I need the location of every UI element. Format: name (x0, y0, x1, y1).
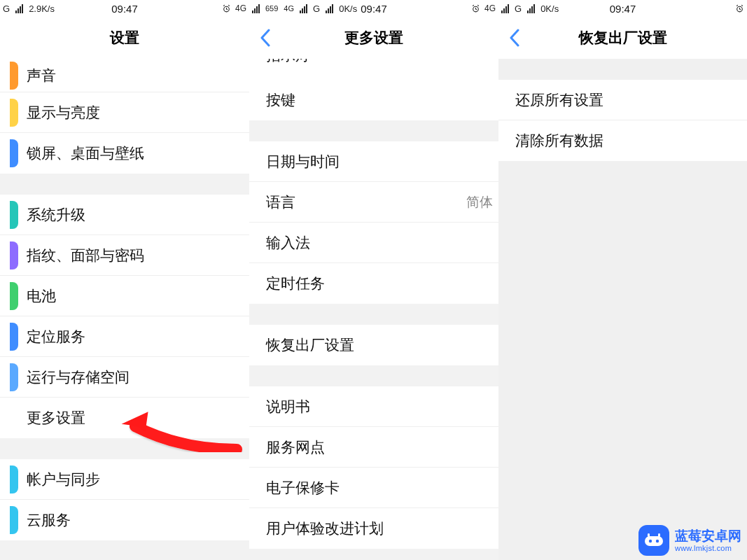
list-item-keys[interactable]: 按键 (249, 80, 498, 120)
svg-rect-3 (645, 536, 663, 546)
list-item-battery[interactable]: 电池 (0, 276, 249, 316)
label-display: 显示与亮度 (27, 103, 249, 122)
watermark-title: 蓝莓安卓网 (675, 528, 741, 544)
network-speed-label: 2.9K/s (29, 4, 55, 14)
network-type-label: G (515, 4, 522, 14)
list-item-sound[interactable]: 声音 (0, 59, 249, 92)
signal-icon (501, 4, 509, 13)
label-sound: 声音 (27, 66, 249, 85)
display-icon (10, 99, 18, 127)
watermark-logo-icon (638, 525, 669, 556)
settings-panel: G 2.9K/s 09:47 4G 设置 声音 显示与亮度 (0, 0, 249, 560)
language-current-value: 简体 (466, 193, 498, 211)
network-type-label: G (313, 4, 320, 14)
page-title: 更多设置 (249, 28, 498, 48)
more-icon (10, 404, 18, 432)
list-item-indicator[interactable]: 指示灯 (249, 59, 498, 80)
nav-bar: 设置 (0, 17, 249, 59)
account-icon (10, 465, 18, 493)
list-item-more-settings[interactable]: 更多设置 (0, 398, 249, 438)
list-item-ime[interactable]: 输入法 (249, 223, 498, 263)
network-speed-label: 0K/s (339, 4, 357, 14)
storage-icon (10, 363, 18, 391)
list-item-storage[interactable]: 运行与存储空间 (0, 357, 249, 398)
fingerprint-icon (10, 241, 18, 270)
svg-rect-6 (648, 533, 650, 537)
list-item-ewarranty[interactable]: 电子保修卡 (249, 468, 498, 508)
svg-point-4 (649, 540, 652, 542)
watermark: 蓝莓安卓网 www.lmkjst.com (638, 525, 741, 556)
more-settings-panel: 659 4G G 0K/s 09:47 4G 更多设置 (249, 0, 498, 560)
clock-label: 09:47 (111, 3, 138, 15)
location-icon (10, 323, 18, 351)
list-item-restore-all[interactable]: 还原所有设置 (498, 80, 747, 120)
4g-label: 4G (284, 4, 294, 13)
list-item-datetime[interactable]: 日期与时间 (249, 141, 498, 182)
signal-icon (252, 4, 260, 13)
clock-label: 09:47 (361, 3, 387, 15)
status-bar: 659 4G G 0K/s 09:47 4G (249, 0, 498, 17)
signal-icon (15, 4, 23, 13)
network-type-label: G (3, 4, 10, 14)
status-bar: G 0K/s 09:47 (498, 0, 747, 17)
list-item-clear-all[interactable]: 清除所有数据 (498, 120, 747, 161)
num-label: 659 (265, 4, 278, 13)
back-button[interactable] (259, 29, 272, 47)
nav-bar: 更多设置 (249, 17, 498, 59)
watermark-url: www.lmkjst.com (675, 544, 741, 553)
alarm-icon (471, 4, 480, 13)
list-item-cloud[interactable]: 云服务 (0, 500, 249, 540)
signal-icon (527, 4, 535, 13)
alarm-icon (735, 4, 744, 13)
right-4g-label: 4G (484, 4, 496, 13)
factory-reset-panel: G 0K/s 09:47 恢复出厂设置 还原所有设置 清除所有数据 (498, 0, 747, 560)
svg-rect-7 (658, 533, 660, 537)
list-item-account-sync[interactable]: 帐户与同步 (0, 459, 249, 500)
cloud-icon (10, 506, 18, 534)
list-item-system-update[interactable]: 系统升级 (0, 195, 249, 235)
list-item-lockscreen[interactable]: 锁屏、桌面与壁纸 (0, 133, 249, 174)
label-lockscreen: 锁屏、桌面与壁纸 (27, 144, 249, 163)
list-item-language[interactable]: 语言 简体 (249, 182, 498, 223)
signal-icon (326, 4, 333, 13)
battery-icon (10, 282, 18, 310)
list-item-location[interactable]: 定位服务 (0, 316, 249, 357)
network-speed-label: 0K/s (540, 4, 559, 14)
status-bar: G 2.9K/s 09:47 4G (0, 0, 249, 17)
update-icon (10, 201, 18, 229)
nav-bar: 恢复出厂设置 (498, 17, 747, 59)
sound-icon (10, 62, 18, 90)
list-item-factory-reset[interactable]: 恢复出厂设置 (249, 325, 498, 365)
list-item-display[interactable]: 显示与亮度 (0, 92, 249, 133)
lockscreen-icon (10, 139, 18, 167)
list-item-ux-program[interactable]: 用户体验改进计划 (249, 508, 498, 549)
svg-point-5 (656, 540, 659, 542)
signal-icon (300, 4, 307, 13)
right-4g-label: 4G (235, 4, 246, 13)
list-item-schedule[interactable]: 定时任务 (249, 263, 498, 304)
page-title: 设置 (0, 28, 249, 48)
clock-label: 09:47 (610, 3, 636, 15)
back-button[interactable] (508, 29, 521, 47)
list-item-service[interactable]: 服务网点 (249, 427, 498, 468)
list-item-manual[interactable]: 说明书 (249, 386, 498, 427)
page-title: 恢复出厂设置 (498, 28, 747, 48)
alarm-icon (222, 4, 231, 13)
list-item-fingerprint[interactable]: 指纹、面部与密码 (0, 235, 249, 276)
